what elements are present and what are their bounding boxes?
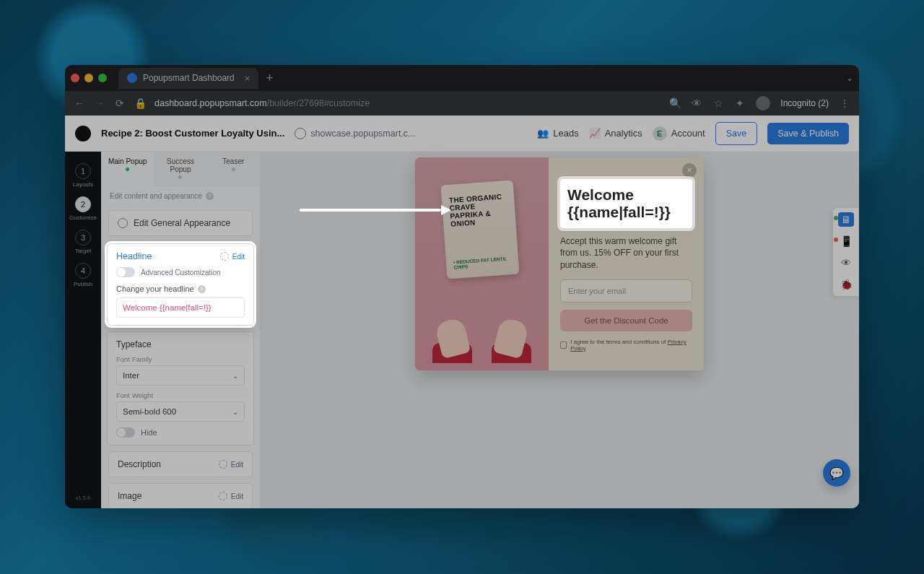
font-family-label: Font Family: [116, 355, 245, 363]
mobile-preview-icon[interactable]: 📱: [838, 234, 854, 248]
leads-icon: 👥: [537, 128, 549, 139]
section-caption: Edit content and appearance?: [110, 192, 251, 200]
advanced-customization-toggle[interactable]: [116, 267, 135, 277]
chevron-down-icon: ⌄: [232, 408, 238, 416]
debug-icon[interactable]: 🐞: [838, 277, 854, 292]
chevron-down-icon: ⌄: [232, 372, 238, 380]
change-headline-label: Change your headline: [116, 284, 194, 293]
incognito-label: Incognito (2): [780, 98, 829, 108]
browser-tab[interactable]: Popupsmart Dashboard ×: [118, 68, 258, 89]
gear-icon: [220, 252, 229, 261]
typeface-card: Typeface Font Family Inter⌄ Font Weight …: [107, 331, 254, 445]
globe-icon: [295, 128, 306, 139]
hide-label: Hide: [141, 428, 157, 437]
headline-input[interactable]: [116, 297, 245, 318]
step-publish[interactable]: 4Publish: [74, 263, 92, 287]
maximize-window-icon[interactable]: [98, 74, 107, 82]
callout-arrow-icon: [300, 205, 451, 215]
intercom-chat-button[interactable]: 💬: [823, 459, 850, 487]
hide-toggle[interactable]: [116, 427, 135, 438]
account-link[interactable]: EAccount: [653, 126, 705, 141]
popup-headline-box: Welcome {{name|fall=!}}: [560, 179, 692, 228]
mac-traffic-lights: [71, 74, 107, 82]
browser-tabbar: Popupsmart Dashboard × + ⌄: [65, 65, 859, 91]
typeface-title: Typeface: [116, 339, 245, 349]
analytics-icon: 📈: [589, 128, 601, 139]
close-window-icon[interactable]: [71, 74, 79, 82]
gear-icon: [219, 460, 227, 469]
version-label: v1.5.6: [76, 495, 90, 501]
step-layouts[interactable]: 1Layouts: [73, 163, 93, 188]
reload-icon[interactable]: ⟳: [114, 97, 126, 109]
new-tab-button[interactable]: +: [266, 71, 274, 86]
step-customize[interactable]: 2Customize: [69, 196, 97, 221]
image-card[interactable]: ImageEdit: [108, 483, 253, 508]
gear-icon: [118, 218, 128, 228]
extensions-icon[interactable]: ✦: [734, 97, 746, 109]
preview-canvas: × Welcome {{name|fall=!}} Accept this wa…: [260, 152, 859, 508]
address-bar[interactable]: dashboard.popupsmart.com/builder/27698#c…: [154, 98, 370, 108]
gear-icon: [219, 492, 227, 500]
app-logo-icon[interactable]: [75, 126, 91, 142]
hands-graphic: [432, 305, 531, 356]
consent-row: I agree to the terms and conditions of P…: [560, 339, 692, 352]
tab-title: Popupsmart Dashboard: [143, 73, 235, 83]
analytics-link[interactable]: 📈Analytics: [589, 128, 642, 139]
advanced-customization-label: Advanced Customization: [141, 269, 221, 277]
account-avatar-icon: E: [653, 126, 667, 141]
step-target[interactable]: 3Target: [75, 230, 91, 254]
help-icon[interactable]: ?: [198, 285, 206, 293]
edit-general-appearance-card[interactable]: Edit General Appearance: [108, 210, 253, 236]
desktop-preview-icon[interactable]: 🖥: [838, 212, 854, 227]
email-input[interactable]: Enter your email: [560, 279, 692, 303]
step-rail: 1Layouts 2Customize 3Target 4Publish v1.…: [65, 152, 101, 508]
font-weight-label: Font Weight: [116, 391, 245, 399]
favicon-icon: [127, 73, 137, 83]
recipe-title: Recipe 2: Boost Customer Loyalty Usin...: [101, 128, 284, 139]
tab-main-popup[interactable]: Main Popup: [101, 152, 154, 186]
description-card[interactable]: DescriptionEdit: [108, 451, 253, 477]
font-weight-select[interactable]: Semi-bold 600⌄: [116, 401, 245, 422]
font-family-select[interactable]: Inter⌄: [116, 365, 245, 386]
product-bag-graphic: [441, 181, 520, 279]
tab-overflow-icon[interactable]: ⌄: [846, 73, 853, 83]
back-icon[interactable]: ←: [74, 97, 85, 109]
forward-icon: →: [94, 97, 105, 109]
menu-icon[interactable]: ⋮: [839, 97, 850, 109]
save-publish-button[interactable]: Save & Publish: [767, 123, 849, 144]
popup-description: Accept this warm welcome gift from us. 1…: [560, 235, 692, 271]
popup-image: [415, 157, 549, 370]
device-rail: 🖥 📱 👁 🐞: [833, 208, 859, 296]
tab-teaser[interactable]: Teaser: [207, 152, 260, 186]
help-icon[interactable]: ?: [206, 192, 214, 200]
edit-headline-link[interactable]: Edit: [232, 253, 245, 261]
search-icon[interactable]: 🔍: [669, 97, 681, 109]
headline-editor-card: Headline Edit Advanced Customization Cha…: [107, 243, 254, 326]
headline-title: Headline: [116, 251, 152, 261]
browser-urlbar: ← → ⟳ 🔒 dashboard.popupsmart.com/builder…: [65, 91, 859, 116]
app-header: Recipe 2: Boost Customer Loyalty Usin...…: [65, 116, 859, 152]
popup-preview: × Welcome {{name|fall=!}} Accept this wa…: [415, 157, 704, 370]
editor-panel: Main Popup Success Popup Teaser Edit con…: [101, 152, 260, 508]
lock-icon[interactable]: 🔒: [134, 97, 146, 109]
bookmark-icon[interactable]: ☆: [712, 97, 724, 109]
tab-success-popup[interactable]: Success Popup: [154, 152, 206, 186]
get-discount-button[interactable]: Get the Discount Code: [560, 310, 692, 331]
incognito-icon: 👁: [691, 97, 702, 109]
close-popup-icon[interactable]: ×: [682, 163, 697, 178]
leads-link[interactable]: 👥Leads: [537, 128, 578, 139]
profile-avatar-icon[interactable]: [756, 96, 770, 110]
consent-checkbox[interactable]: [560, 342, 567, 349]
save-button[interactable]: Save: [715, 122, 758, 145]
site-domain-badge[interactable]: showcase.popupsmart.c...: [295, 128, 415, 139]
visibility-icon[interactable]: 👁: [838, 256, 854, 270]
close-tab-icon[interactable]: ×: [245, 73, 250, 84]
minimize-window-icon[interactable]: [84, 74, 93, 82]
popup-headline: Welcome {{name|fall=!}}: [567, 186, 685, 221]
